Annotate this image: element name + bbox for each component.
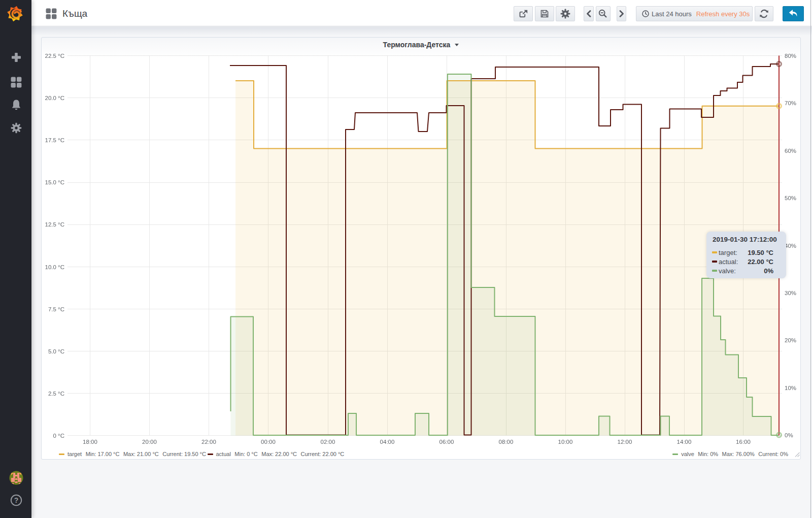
svg-text:04:00: 04:00	[380, 439, 395, 445]
svg-text:30%: 30%	[785, 290, 796, 296]
svg-text:17.5 °C: 17.5 °C	[45, 137, 64, 143]
svg-text:08:00: 08:00	[499, 439, 514, 445]
svg-text:22.5 °C: 22.5 °C	[45, 53, 64, 59]
svg-text:00:00: 00:00	[261, 439, 276, 445]
svg-text:12.5 °C: 12.5 °C	[45, 221, 64, 228]
svg-text:22:00: 22:00	[201, 439, 216, 445]
svg-text:02:00: 02:00	[321, 439, 335, 445]
svg-text:16:00: 16:00	[736, 439, 751, 445]
svg-text:14:00: 14:00	[677, 439, 692, 445]
svg-text:15.0 °C: 15.0 °C	[45, 179, 64, 185]
svg-text:0 °C: 0 °C	[53, 433, 65, 439]
svg-text:40%: 40%	[785, 243, 796, 249]
svg-text:60%: 60%	[785, 148, 796, 154]
svg-text:20%: 20%	[785, 337, 796, 343]
svg-text:06:00: 06:00	[439, 439, 454, 445]
svg-text:18:00: 18:00	[83, 439, 97, 445]
svg-text:10.0 °C: 10.0 °C	[45, 264, 64, 270]
svg-text:80%: 80%	[785, 53, 796, 59]
svg-text:5.0 °C: 5.0 °C	[48, 348, 64, 354]
svg-text:20:00: 20:00	[142, 439, 157, 445]
svg-text:20.0 °C: 20.0 °C	[45, 95, 64, 101]
svg-text:10%: 10%	[785, 385, 796, 391]
svg-text:7.5 °C: 7.5 °C	[48, 306, 64, 312]
svg-text:50%: 50%	[785, 195, 796, 201]
svg-text:70%: 70%	[785, 100, 796, 106]
svg-text:10:00: 10:00	[558, 439, 573, 445]
svg-text:?: ?	[14, 496, 19, 504]
svg-text:0%: 0%	[785, 432, 793, 438]
svg-text:12:00: 12:00	[618, 439, 632, 445]
svg-text:2.5 °C: 2.5 °C	[48, 391, 64, 397]
